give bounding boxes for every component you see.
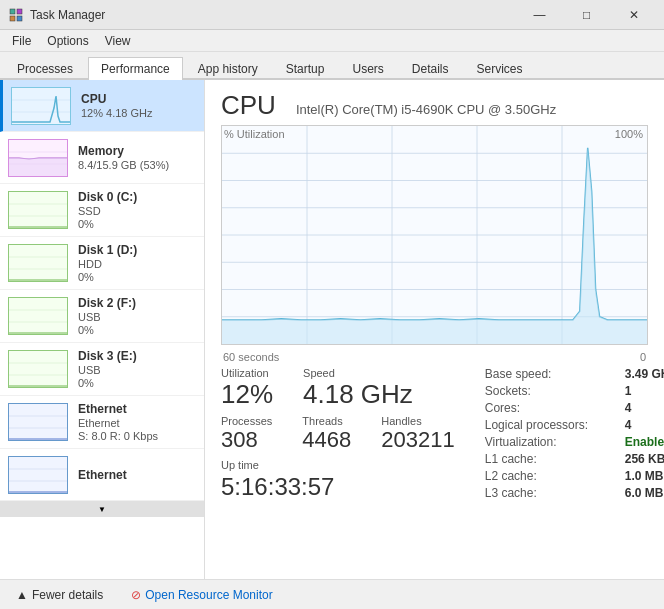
- fewer-details-icon: ▲: [16, 588, 28, 602]
- tab-details[interactable]: Details: [399, 57, 462, 80]
- ethernet1-info: Ethernet Ethernet S: 8.0 R: 0 Kbps: [78, 402, 196, 442]
- cpu-mini-graph: [11, 87, 71, 125]
- disk3-usage: 0%: [78, 377, 196, 389]
- memory-info: Memory 8.4/15.9 GB (53%): [78, 144, 196, 171]
- svg-rect-14: [9, 245, 67, 281]
- disk2-info: Disk 2 (F:) USB 0%: [78, 296, 196, 336]
- tab-bar: Processes Performance App history Startu…: [0, 52, 664, 80]
- svg-rect-0: [10, 9, 15, 14]
- disk3-type: USB: [78, 364, 196, 376]
- spec-logical-processors: Logical processors: 4: [485, 418, 664, 432]
- sidebar-item-memory[interactable]: Memory 8.4/15.9 GB (53%): [0, 132, 204, 184]
- sidebar-item-disk1[interactable]: Disk 1 (D:) HDD 0%: [0, 237, 204, 290]
- tab-users[interactable]: Users: [339, 57, 396, 80]
- handles-label: Handles: [381, 415, 454, 427]
- disk0-info: Disk 0 (C:) SSD 0%: [78, 190, 196, 230]
- cpu-panel-title: CPU: [221, 90, 276, 121]
- disk2-type: USB: [78, 311, 196, 323]
- disk3-mini-graph: [8, 350, 68, 388]
- spec-l3-label: L3 cache:: [485, 486, 625, 500]
- spec-l3: L3 cache: 6.0 MB: [485, 486, 664, 500]
- sidebar-item-disk2[interactable]: Disk 2 (F:) USB 0%: [0, 290, 204, 343]
- cpu-panel: CPU Intel(R) Core(TM) i5-4690K CPU @ 3.5…: [205, 80, 664, 579]
- spec-cores: Cores: 4: [485, 401, 664, 415]
- open-resource-monitor-button[interactable]: ⊘ Open Resource Monitor: [125, 586, 278, 604]
- spec-l2-value: 1.0 MB: [625, 469, 664, 483]
- sidebar-item-ethernet1[interactable]: Ethernet Ethernet S: 8.0 R: 0 Kbps: [0, 396, 204, 449]
- title-bar: Task Manager — □ ✕: [0, 0, 664, 30]
- chart-time-left: 60 seconds: [223, 351, 279, 363]
- utilization-stat: Utilization 12%: [221, 367, 273, 407]
- sidebar: CPU 12% 4.18 GHz Memory 8.4/15.9 GB (53%…: [0, 80, 205, 579]
- cpu-chart: % Utilization 100%: [221, 125, 648, 345]
- cpu-name: CPU: [81, 92, 196, 106]
- chart-time-right: 0: [640, 351, 646, 363]
- minimize-button[interactable]: —: [517, 0, 562, 30]
- menu-file[interactable]: File: [4, 32, 39, 50]
- disk2-name: Disk 2 (F:): [78, 296, 196, 310]
- svg-rect-1: [17, 9, 22, 14]
- disk3-info: Disk 3 (E:) USB 0%: [78, 349, 196, 389]
- svg-rect-20: [9, 351, 67, 387]
- sidebar-item-ethernet2[interactable]: Ethernet: [0, 449, 204, 501]
- disk1-usage: 0%: [78, 271, 196, 283]
- tab-processes[interactable]: Processes: [4, 57, 86, 80]
- cpu-info: CPU 12% 4.18 GHz: [81, 92, 196, 119]
- ethernet1-name: Ethernet: [78, 402, 196, 416]
- disk1-info: Disk 1 (D:) HDD 0%: [78, 243, 196, 283]
- sidebar-scroll-down[interactable]: ▼: [0, 501, 204, 517]
- ethernet1-speed: S: 8.0 R: 0 Kbps: [78, 430, 196, 442]
- bottom-stats: Utilization 12% Speed 4.18 GHz Processes…: [221, 367, 648, 503]
- menu-options[interactable]: Options: [39, 32, 96, 50]
- ethernet2-info: Ethernet: [78, 468, 196, 482]
- close-button[interactable]: ✕: [611, 0, 656, 30]
- sidebar-item-disk3[interactable]: Disk 3 (E:) USB 0%: [0, 343, 204, 396]
- spec-l2: L2 cache: 1.0 MB: [485, 469, 664, 483]
- resource-monitor-icon: ⊘: [131, 588, 141, 602]
- main-content: CPU 12% 4.18 GHz Memory 8.4/15.9 GB (53%…: [0, 80, 664, 579]
- ethernet2-mini-graph: [8, 456, 68, 494]
- threads-stat: Threads 4468: [302, 415, 351, 451]
- disk2-usage: 0%: [78, 324, 196, 336]
- uptime-block: Up time 5:16:33:57: [221, 459, 485, 501]
- chart-y-max: 100%: [615, 128, 643, 140]
- tab-services[interactable]: Services: [464, 57, 536, 80]
- svg-rect-2: [10, 16, 15, 21]
- spec-sockets: Sockets: 1: [485, 384, 664, 398]
- speed-value: 4.18 GHz: [303, 381, 413, 407]
- sidebar-item-disk0[interactable]: Disk 0 (C:) SSD 0%: [0, 184, 204, 237]
- spec-l2-label: L2 cache:: [485, 469, 625, 483]
- tab-startup[interactable]: Startup: [273, 57, 338, 80]
- spec-logical-value: 4: [625, 418, 632, 432]
- spec-l1-label: L1 cache:: [485, 452, 625, 466]
- menu-view[interactable]: View: [97, 32, 139, 50]
- spec-sockets-label: Sockets:: [485, 384, 625, 398]
- fewer-details-button[interactable]: ▲ Fewer details: [10, 586, 109, 604]
- utilization-speed-row: Utilization 12% Speed 4.18 GHz: [221, 367, 485, 407]
- app-icon: [8, 7, 24, 23]
- maximize-button[interactable]: □: [564, 0, 609, 30]
- disk0-type: SSD: [78, 205, 196, 217]
- tab-performance[interactable]: Performance: [88, 57, 183, 80]
- uptime-value: 5:16:33:57: [221, 473, 485, 501]
- menu-bar: File Options View: [0, 30, 664, 52]
- disk0-usage: 0%: [78, 218, 196, 230]
- ethernet2-name: Ethernet: [78, 468, 196, 482]
- svg-rect-26: [9, 457, 67, 493]
- memory-mini-graph: [8, 139, 68, 177]
- disk1-type: HDD: [78, 258, 196, 270]
- cpu-header: CPU Intel(R) Core(TM) i5-4690K CPU @ 3.5…: [221, 90, 648, 121]
- handles-stat: Handles 203211: [381, 415, 454, 451]
- utilization-value: 12%: [221, 381, 273, 407]
- svg-rect-23: [9, 404, 67, 440]
- sidebar-item-cpu[interactable]: CPU 12% 4.18 GHz: [0, 80, 204, 132]
- process-thread-handle-row: Processes 308 Threads 4468 Handles 20321…: [221, 415, 485, 451]
- spec-base-speed-value: 3.49 GHz: [625, 367, 664, 381]
- spec-l1-value: 256 KB: [625, 452, 664, 466]
- open-resource-monitor-label: Open Resource Monitor: [145, 588, 272, 602]
- disk3-name: Disk 3 (E:): [78, 349, 196, 363]
- tab-app-history[interactable]: App history: [185, 57, 271, 80]
- ethernet1-mini-graph: [8, 403, 68, 441]
- ethernet1-type: Ethernet: [78, 417, 196, 429]
- processes-stat: Processes 308: [221, 415, 272, 451]
